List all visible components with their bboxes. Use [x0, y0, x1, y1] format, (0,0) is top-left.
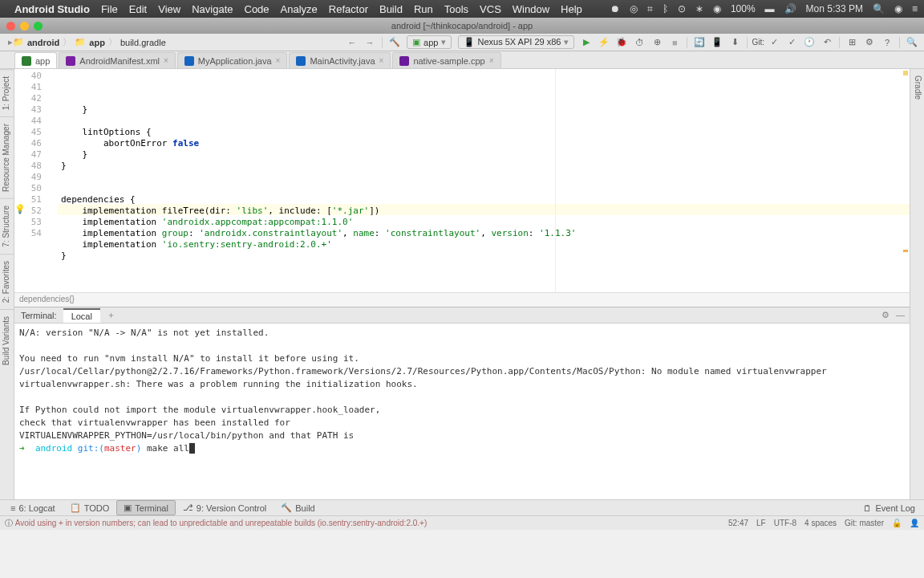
- status-person-icon[interactable]: 👤: [910, 519, 919, 527]
- side-tab-favorites[interactable]: 2: Favorites: [0, 254, 14, 309]
- menu-run[interactable]: Run: [414, 3, 433, 15]
- warning-marker[interactable]: [903, 71, 908, 75]
- bt-icon[interactable]: ᛒ: [663, 3, 668, 14]
- screencast-icon[interactable]: ⏺: [610, 3, 620, 14]
- make-project-button[interactable]: 🔨: [387, 35, 403, 50]
- side-tab-structure[interactable]: 7: Structure: [0, 198, 14, 254]
- minimize-window-button[interactable]: [20, 22, 29, 31]
- side-tab-build-variants[interactable]: Build Variants: [0, 309, 14, 372]
- menu-refactor[interactable]: Refactor: [329, 3, 368, 15]
- clock[interactable]: Mon 5:33 PM: [806, 3, 863, 14]
- file-encoding[interactable]: UTF-8: [774, 519, 796, 527]
- git-history-button[interactable]: 🕐: [801, 35, 817, 50]
- debug-button[interactable]: 🐞: [614, 35, 630, 50]
- back-button[interactable]: ←: [344, 35, 360, 50]
- search-everywhere-button[interactable]: 🔍: [904, 35, 920, 50]
- menu-window[interactable]: Window: [513, 3, 549, 15]
- todo-tab[interactable]: 📋 TODO: [63, 500, 117, 515]
- git-branch[interactable]: Git: master: [845, 519, 884, 527]
- sync-gradle-button[interactable]: 🔄: [691, 35, 707, 50]
- forward-button[interactable]: →: [362, 35, 378, 50]
- volume-icon[interactable]: 🔊: [784, 3, 796, 14]
- run-button[interactable]: ▶: [578, 35, 594, 50]
- readonly-lock-icon[interactable]: 🔓: [892, 519, 902, 527]
- line-separator[interactable]: LF: [756, 519, 766, 527]
- git-update-button[interactable]: ✓: [766, 35, 782, 50]
- menu-vcs[interactable]: VCS: [480, 3, 501, 15]
- event-log-tab[interactable]: 🗒 Event Log: [856, 501, 921, 515]
- caret-position[interactable]: 52:47: [728, 519, 748, 527]
- code-editor[interactable]: 404142434445464748495051525354 💡 } lintO…: [14, 69, 910, 292]
- code-area[interactable]: } lintOptions { abortOnError false } } d…: [58, 69, 910, 292]
- crumb-file[interactable]: build.gradle: [120, 38, 166, 47]
- battery-icon[interactable]: ▬: [765, 3, 775, 14]
- menu-help[interactable]: Help: [561, 3, 582, 15]
- menu-analyze[interactable]: Analyze: [281, 3, 318, 15]
- editor-tab-mainactivity[interactable]: MainActivity.java×: [289, 52, 391, 68]
- settings-button[interactable]: ⚙: [861, 35, 877, 50]
- sync-icon[interactable]: ◎: [630, 3, 638, 14]
- bluetooth-icon[interactable]: ∗: [695, 3, 703, 14]
- notifications-icon[interactable]: ≡: [912, 3, 918, 14]
- xml-icon: [66, 56, 75, 66]
- apply-changes-button[interactable]: ⚡: [596, 35, 612, 50]
- terminal-tab[interactable]: ▣ Terminal: [116, 500, 176, 515]
- menu-code[interactable]: Code: [245, 3, 270, 15]
- maximize-window-button[interactable]: [34, 22, 43, 31]
- gutter-marks: 💡: [47, 69, 58, 292]
- terminal-output[interactable]: N/A: version "N/A -> N/A" is not yet ins…: [14, 324, 910, 499]
- help-button[interactable]: ?: [879, 35, 895, 50]
- bottom-tool-stripe: ≡ 6: Logcat 📋 TODO ▣ Terminal ⎇ 9: Versi…: [0, 499, 924, 515]
- side-tab-gradle[interactable]: Gradle: [912, 69, 924, 499]
- crumb-module[interactable]: app: [89, 38, 105, 47]
- project-structure-button[interactable]: ⊞: [844, 35, 860, 50]
- attach-debugger-button[interactable]: ⊕: [649, 35, 665, 50]
- spotlight-icon[interactable]: 🔍: [873, 3, 885, 14]
- close-window-button[interactable]: [6, 22, 15, 31]
- breadcrumb[interactable]: ▸📁 android 〉 📁 app 〉 build.gradle: [3, 36, 171, 48]
- close-tab-icon[interactable]: ×: [489, 56, 494, 65]
- siri-icon[interactable]: ◉: [894, 3, 902, 14]
- intention-bulb-icon[interactable]: 💡: [14, 204, 24, 214]
- terminal-tab-local[interactable]: Local: [63, 308, 100, 323]
- run-config-selector[interactable]: ▣ app ▾: [407, 35, 452, 49]
- stats-icon[interactable]: ⌗: [647, 3, 653, 14]
- app-name[interactable]: Android Studio: [14, 3, 90, 15]
- menu-view[interactable]: View: [158, 3, 180, 15]
- close-tab-icon[interactable]: ×: [379, 56, 384, 65]
- logcat-tab[interactable]: ≡ 6: Logcat: [3, 501, 63, 515]
- git-revert-button[interactable]: ↶: [819, 35, 835, 50]
- terminal-settings-icon[interactable]: ⚙: [881, 310, 890, 320]
- crumb-root[interactable]: android: [27, 38, 59, 47]
- editor-tab-native[interactable]: native-sample.cpp×: [392, 52, 500, 68]
- version-control-tab[interactable]: ⎇ 9: Version Control: [176, 500, 274, 515]
- tab-label: AndroidManifest.xml: [79, 56, 160, 66]
- left-tool-stripe: 1: Project Resource Manager 7: Structure…: [0, 69, 14, 499]
- build-tab[interactable]: 🔨 Build: [274, 500, 322, 515]
- editor-tab-manifest[interactable]: AndroidManifest.xml×: [59, 52, 176, 68]
- menu-navigate[interactable]: Navigate: [192, 3, 233, 15]
- wifi-signal-icon[interactable]: ◉: [713, 3, 721, 14]
- profile-button[interactable]: ⏱: [631, 35, 647, 50]
- git-commit-button[interactable]: ✓: [784, 35, 800, 50]
- menu-build[interactable]: Build: [379, 3, 403, 15]
- side-tab-project[interactable]: 1: Project: [0, 69, 14, 116]
- avd-manager-button[interactable]: 📱: [709, 35, 725, 50]
- editor-tab-myapp[interactable]: MyApplication.java×: [177, 52, 288, 68]
- side-tab-resource[interactable]: Resource Manager: [0, 116, 14, 198]
- menu-file[interactable]: File: [101, 3, 118, 15]
- status-bar: ⓘ Avoid using + in version numbers; can …: [0, 515, 924, 530]
- wifi-icon[interactable]: ⊙: [678, 3, 686, 14]
- indent-setting[interactable]: 4 spaces: [804, 519, 837, 527]
- stop-button[interactable]: ■: [667, 35, 683, 50]
- menu-edit[interactable]: Edit: [129, 3, 147, 15]
- battery-percent[interactable]: 100%: [731, 3, 756, 14]
- menu-tools[interactable]: Tools: [444, 3, 468, 15]
- close-tab-icon[interactable]: ×: [164, 56, 168, 65]
- close-tab-icon[interactable]: ×: [276, 56, 281, 65]
- new-terminal-button[interactable]: ＋: [100, 309, 122, 321]
- editor-tab-app[interactable]: app: [14, 52, 57, 68]
- device-selector[interactable]: 📱 Nexus 5X API 29 x86 ▾: [458, 35, 574, 49]
- sdk-manager-button[interactable]: ⬇: [727, 35, 743, 50]
- editor-breadcrumb[interactable]: dependencies{}: [14, 292, 910, 307]
